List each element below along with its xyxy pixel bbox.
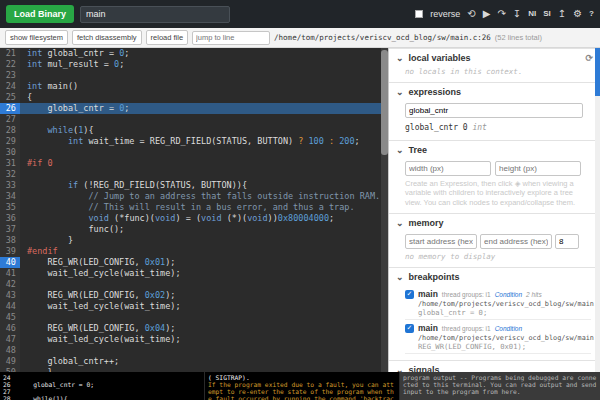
line-number-gutter[interactable]: 26 <box>0 103 20 114</box>
gdb-console-terminal[interactable]: 24 26 global_cntr = 0; 27 28 while(1){ 2… <box>0 372 205 400</box>
line-code: void (*func)(void) = (void (*)(void))0x8… <box>20 213 388 224</box>
panel-header-memory[interactable]: ⌄ memory <box>389 213 600 231</box>
source-line: 49 global_cntr++; <box>0 356 388 367</box>
panel-title: signals <box>409 365 440 372</box>
bottom-terminals: 24 26 global_cntr = 0; 27 28 while(1){ 2… <box>0 372 600 400</box>
toolbar-button-fetch-disassembly[interactable]: fetch disassembly <box>72 30 142 45</box>
sidebar-scrollbar[interactable] <box>595 48 600 372</box>
line-number-gutter[interactable]: 45 <box>0 312 20 323</box>
line-number-gutter[interactable]: 27 <box>0 114 20 125</box>
line-number-gutter[interactable]: 21 <box>0 48 20 59</box>
tree-width-input[interactable] <box>405 161 491 176</box>
line-number-gutter[interactable]: 43 <box>0 290 20 301</box>
breakpoint-function: main <box>418 289 438 299</box>
gdb-output-terminal[interactable]: ( SIGTRAP). If the program exited due to… <box>205 372 400 400</box>
source-line: 32 <box>0 169 388 180</box>
breakpoint-item[interactable]: ✓mainthread groups: i1Condition2 hits/ho… <box>405 286 591 320</box>
sidebar-scrollbar-thumb[interactable] <box>595 48 600 96</box>
tree-height-input[interactable] <box>495 161 581 176</box>
line-number-gutter[interactable]: 29 <box>0 136 20 147</box>
breakpoint-source-preview: global_cntr = 0; <box>418 308 591 317</box>
line-number-gutter[interactable]: 28 <box>0 125 20 136</box>
refresh-icon[interactable]: ⟳ <box>585 53 593 63</box>
source-line: 42 <box>0 279 388 290</box>
memory-bytes-input[interactable] <box>555 234 579 249</box>
chevron-down-icon: ⌄ <box>396 273 404 282</box>
line-number-gutter[interactable]: 48 <box>0 345 20 356</box>
breakpoint-item[interactable]: ✓mainthread groups: i1Condition/home/tom… <box>405 320 591 354</box>
source-line: 30 <box>0 147 388 158</box>
reverse-checkbox[interactable] <box>415 10 423 18</box>
jump-to-line-input[interactable] <box>192 31 270 45</box>
panel-header-tree[interactable]: ⌄ Tree <box>389 140 600 158</box>
line-code: wait_led_cycle(wait_time); <box>20 334 388 345</box>
line-number-gutter[interactable]: 37 <box>0 224 20 235</box>
memory-end-input[interactable] <box>480 234 552 249</box>
continue-button[interactable]: ▶ <box>483 9 491 19</box>
line-code <box>20 114 388 125</box>
line-code: func(); <box>20 224 388 235</box>
breakpoint-path[interactable]: /home/tom/projects/veriscv_ocd_blog/sw/m… <box>418 300 591 308</box>
breakpoint-condition-link[interactable]: Condition <box>495 325 522 332</box>
line-code <box>20 279 388 290</box>
program-output-terminal[interactable]: program output -- Programs being debugge… <box>400 372 600 400</box>
line-number-gutter[interactable]: 23 <box>0 70 20 81</box>
expression-result-row[interactable]: global_cntr 0 int <box>405 121 591 134</box>
line-number-gutter[interactable]: 39 <box>0 246 20 257</box>
line-number-gutter[interactable]: 32 <box>0 169 20 180</box>
step-button[interactable]: ↧ <box>513 9 521 19</box>
load-binary-button[interactable]: Load Binary <box>6 5 74 23</box>
line-number-gutter[interactable]: 46 <box>0 323 20 334</box>
source-scrollbar-thumb[interactable] <box>381 50 388 155</box>
line-code <box>20 312 388 323</box>
restart-button[interactable]: ⟲ <box>467 9 475 19</box>
up-button[interactable]: ↥ <box>558 9 566 19</box>
reverse-label: reverse <box>430 9 460 19</box>
line-number-gutter[interactable]: 38 <box>0 235 20 246</box>
breakpoint-path[interactable]: /home/tom/projects/veriscv_ocd_blog/sw/m… <box>418 334 591 342</box>
line-number-gutter[interactable]: 30 <box>0 147 20 158</box>
next-instruction-button[interactable]: NI <box>528 10 536 18</box>
line-number-gutter[interactable]: 40 <box>0 257 20 268</box>
source-line: 37 func(); <box>0 224 388 235</box>
line-code: { <box>20 92 388 103</box>
line-number-gutter[interactable]: 31 <box>0 158 20 169</box>
panel-header-breakpoints[interactable]: ⌄ breakpoints <box>389 267 600 285</box>
line-number-gutter[interactable]: 35 <box>0 202 20 213</box>
expressions-body: global_cntr 0 int <box>389 100 600 140</box>
line-number-gutter[interactable]: 42 <box>0 279 20 290</box>
line-number-gutter[interactable]: 33 <box>0 180 20 191</box>
line-number-gutter[interactable]: 22 <box>0 59 20 70</box>
line-number-gutter[interactable]: 41 <box>0 268 20 279</box>
step-instruction-button[interactable]: SI <box>543 10 551 18</box>
settings-button[interactable]: ⚙ <box>573 9 582 19</box>
toolbar-button-show-filesystem[interactable]: show filesystem <box>5 30 68 45</box>
breakpoint-condition-link[interactable]: Condition <box>495 291 522 298</box>
binary-path-input[interactable] <box>80 6 230 23</box>
memory-start-input[interactable] <box>405 234 477 249</box>
breakpoint-enabled-checkbox[interactable]: ✓ <box>405 324 414 333</box>
panel-header-local-variables[interactable]: ⌄ local variables ⟳ <box>389 48 600 66</box>
line-number-gutter[interactable]: 34 <box>0 191 20 202</box>
source-line: 28 while(1){ <box>0 125 388 136</box>
source-line: 27 <box>0 114 388 125</box>
line-code <box>20 169 388 180</box>
line-number-gutter[interactable]: 44 <box>0 301 20 312</box>
toolbar-button-reload-file[interactable]: reload file <box>146 30 189 45</box>
help-button[interactable]: ? <box>589 10 594 18</box>
expression-input[interactable] <box>405 103 583 118</box>
panel-header-signals[interactable]: ⌄ signals <box>389 360 600 372</box>
locals-empty-text: no locals in this context. <box>405 67 522 76</box>
line-number-gutter[interactable]: 50 <box>0 367 20 372</box>
next-button[interactable]: ↷ <box>497 9 505 19</box>
line-number-gutter[interactable]: 49 <box>0 356 20 367</box>
line-number-gutter[interactable]: 25 <box>0 92 20 103</box>
source-code: 21int global_cntr = 0;22int mul_result =… <box>0 48 388 372</box>
source-line: 40 REG_WR(LED_CONFIG, 0x01); <box>0 257 388 268</box>
breakpoint-enabled-checkbox[interactable]: ✓ <box>405 290 414 299</box>
source-scrollbar[interactable] <box>381 48 388 372</box>
line-number-gutter[interactable]: 36 <box>0 213 20 224</box>
line-number-gutter[interactable]: 47 <box>0 334 20 345</box>
panel-header-expressions[interactable]: ⌄ expressions <box>389 82 600 100</box>
line-number-gutter[interactable]: 24 <box>0 81 20 92</box>
